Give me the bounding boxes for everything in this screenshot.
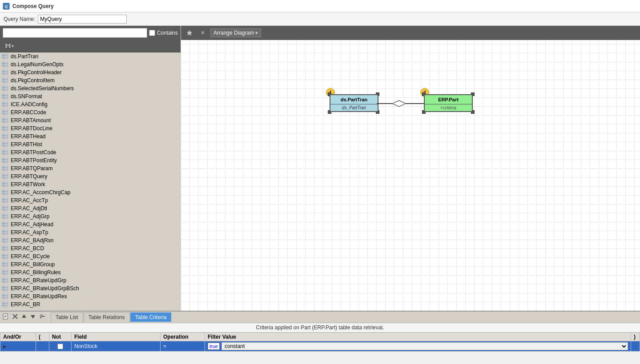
list-item[interactable]: ERP.AC_AccTp (0, 196, 181, 204)
tab-table-criteria[interactable]: Table Criteria (130, 312, 172, 322)
list-item[interactable]: ERP.ABTAmount (0, 116, 181, 124)
list-item-text: ERP.ABTWork (11, 181, 45, 188)
list-item[interactable]: ERP.AC_BillGroup (0, 260, 181, 268)
table-icon (2, 102, 9, 107)
title-bar-text: Compose Query (12, 3, 54, 9)
list-item[interactable]: ERP.AC_BR (0, 300, 181, 308)
table-icon (2, 222, 9, 227)
svg-rect-42 (2, 134, 8, 139)
list-item[interactable]: ERP.AC_AdjHead (0, 220, 181, 228)
node-ds-parttran-subtitle: ds_PartTran (330, 104, 378, 111)
list-item[interactable]: ERP.AC_BRateUpdGrp (0, 276, 181, 284)
list-item-text: ERP.ABTHist (11, 141, 42, 148)
list-item[interactable]: ERP.ABTDocLine (0, 124, 181, 132)
node-ds-parttran[interactable]: ds.PartTran ds_PartTran (330, 94, 378, 112)
list-item[interactable]: ERP.ABTWork (0, 180, 181, 188)
list-item[interactable]: ERP.ABTQParam (0, 164, 181, 172)
col-header-paren-close: ) (631, 333, 640, 341)
table-icon (2, 126, 9, 131)
list-item-text: ERP.ABTPostCode (11, 149, 56, 156)
list-item-text: ERP.ABTDocLine (11, 125, 52, 132)
svg-rect-78 (2, 206, 8, 211)
svg-rect-34 (2, 118, 8, 123)
list-item-text: ERP.AC_AccTp (11, 197, 48, 204)
list-item[interactable]: ICE.AADConfig (0, 100, 181, 108)
list-item[interactable]: ERP.AC_BAdjRsn (0, 236, 181, 244)
table-icon (2, 198, 9, 203)
table-icon (2, 174, 9, 179)
list-item[interactable]: ERP.AC_AccomChrgCap (0, 188, 181, 196)
col-header-paren-open: ( (36, 333, 49, 341)
svg-rect-26 (2, 102, 8, 107)
list-item[interactable]: ERP.ABCCode (0, 108, 181, 116)
list-item[interactable]: ERP.AC_AspTp (0, 228, 181, 236)
contains-label: Contains (157, 30, 178, 36)
table-list[interactable]: ds.PartTran ds.LegalNumGenOpts ds.PkgCon… (0, 52, 181, 311)
list-item-text: ds.PkgControlItem (11, 77, 55, 84)
contains-checkbox[interactable] (149, 30, 155, 36)
list-item[interactable]: ERP.ABTPostEntity (0, 156, 181, 164)
table-icon (2, 110, 9, 115)
list-item[interactable]: ERP.AC_BCD (0, 244, 181, 252)
table-icon (2, 230, 9, 235)
svg-rect-110 (2, 270, 8, 275)
list-item-text: ds.PartTran (11, 53, 38, 60)
list-item[interactable]: ERP.ABTHead (0, 132, 181, 140)
list-item[interactable]: ERP.AC_BRateUpdRes (0, 292, 181, 300)
delete-row-button[interactable] (12, 313, 19, 321)
filter-value-select[interactable]: constant (221, 342, 628, 350)
table-icon (2, 246, 9, 251)
list-item[interactable]: ERP.AC_AdjDtl (0, 204, 181, 212)
svg-rect-90 (2, 230, 8, 235)
col-header-filter-value: Filter Value (205, 333, 631, 341)
query-name-input[interactable] (38, 15, 127, 24)
list-item[interactable]: ds.PkgControlHeader (0, 68, 181, 76)
pin-button[interactable] (184, 29, 195, 37)
search-input[interactable] (3, 28, 147, 38)
tab-table-list[interactable]: Table List (51, 312, 83, 322)
col-header-field: Field (72, 333, 161, 341)
main-area: Contains ▾ ds.PartTran (0, 26, 640, 311)
list-item[interactable]: ds.SNFormat (0, 92, 181, 100)
svg-rect-10 (2, 70, 8, 75)
table-icon (2, 62, 9, 67)
list-item[interactable]: ds.SelectedSerialNumbers (0, 84, 181, 92)
list-item[interactable]: ds.PkgControlItem (0, 76, 181, 84)
list-item[interactable]: ERP.AC_AdjGrp (0, 212, 181, 220)
table-icon (2, 134, 9, 139)
list-item-text: ds.SNFormat (11, 93, 42, 100)
svg-rect-126 (2, 302, 8, 307)
list-item[interactable]: ds.PartTran (0, 52, 181, 60)
node-erp-part[interactable]: ERP.Part +criteria (424, 94, 473, 112)
list-item[interactable]: ERP.ABTQuery (0, 172, 181, 180)
table-icon (2, 206, 9, 211)
list-item[interactable]: ERP.ABTPostCode (0, 148, 181, 156)
cell-andor: ▶ (0, 341, 36, 352)
move-down-button[interactable] (29, 313, 36, 321)
table-icon (2, 278, 9, 283)
table-icon (2, 182, 9, 187)
list-item[interactable]: ERP.AC_BillingRules (0, 268, 181, 276)
table-icon (2, 262, 9, 267)
new-row-button[interactable] (2, 312, 10, 322)
link-button[interactable]: ▾ (3, 42, 16, 50)
move-up-button[interactable] (20, 313, 28, 321)
bottom-panel: Table List Table Relations Table Criteri… (0, 311, 640, 364)
arrange-dropdown-icon: ▾ (255, 30, 258, 36)
close-button[interactable]: ✕ (198, 29, 208, 37)
arrange-diagram-label: Arrange Diagram (213, 30, 254, 36)
list-item[interactable]: ds.LegalNumGenOpts (0, 60, 181, 68)
svg-text:Q: Q (5, 4, 8, 8)
list-item-text: ERP.AC_BCycle (11, 253, 50, 260)
table-icon (2, 70, 9, 75)
arrange-diagram-button[interactable]: Arrange Diagram ▾ (210, 28, 261, 37)
list-item[interactable]: ERP.ABTHist (0, 140, 181, 148)
diagram-canvas[interactable]: 1 ds.PartTran ds_PartTran 2 (181, 40, 640, 311)
tab-table-relations[interactable]: Table Relations (84, 312, 130, 322)
list-item[interactable]: ERP.AC_BCycle (0, 252, 181, 260)
list-item-text: ERP.ABTQuery (11, 173, 47, 180)
not-checkbox[interactable] (57, 344, 63, 349)
sort-button[interactable] (38, 313, 46, 321)
list-item[interactable]: ERP.AC_BRateUpdGrpBSch (0, 284, 181, 292)
svg-rect-74 (2, 198, 8, 203)
